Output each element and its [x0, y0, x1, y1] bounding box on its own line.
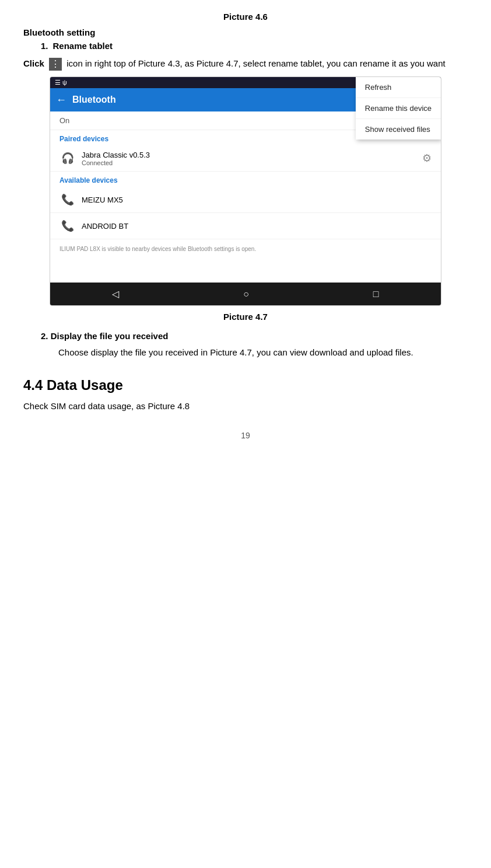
dropdown-show-received[interactable]: Show received files [356, 119, 441, 140]
screenshot-footer-text: ILIUM PAD L8X is visible to nearby devic… [50, 239, 441, 259]
recents-nav-button[interactable]: □ [373, 289, 379, 299]
data-usage-body: Check SIM card data usage, as Picture 4.… [23, 399, 468, 413]
status-bar-left: ☰ ψ [55, 79, 67, 86]
device-info-meizu: MEIZU MX5 [82, 196, 432, 204]
intro-text: Click icon in right top of Picture 4.3, … [23, 57, 468, 71]
menu-icon [49, 58, 62, 71]
dropdown-refresh[interactable]: Refresh [356, 77, 441, 98]
phone-icon-meizu: 📞 [59, 191, 76, 208]
device-info-jabra: Jabra Classic v0.5.3 Connected [82, 151, 422, 166]
subsection-1-heading: Rename tablet [53, 41, 113, 51]
phone-icon-android: 📞 [59, 218, 76, 234]
device-info-android: ANDROID BT [82, 222, 432, 231]
bottom-nav: ◁ ○ □ [50, 283, 441, 305]
data-usage-heading: 4.4 Data Usage [23, 377, 468, 393]
bluetooth-section-heading: Bluetooth setting [23, 27, 468, 37]
dropdown-menu: Refresh Rename this device Show received… [356, 77, 441, 140]
available-device-android: 📞 ANDROID BT [50, 213, 441, 239]
click-label: Click [23, 58, 44, 68]
phone-screenshot: ☰ ψ ✱ ✉ 🔋 3:56 AM ← Bluetooth ⋮ On Paire… [50, 76, 441, 306]
page-title: Picture 4.6 [23, 12, 468, 22]
dropdown-rename[interactable]: Rename this device [356, 98, 441, 119]
device-name-android: ANDROID BT [82, 222, 432, 231]
available-devices-label: Available devices [50, 172, 441, 187]
subsection-1-number: 1. [41, 41, 48, 51]
subsection-2-body: Choose display the file you received in … [58, 346, 468, 360]
headphone-icon: 🎧 [59, 150, 76, 166]
settings-gear-icon[interactable]: ⚙ [422, 152, 432, 165]
intro-rest: icon in right top of Picture 4.3, as Pic… [66, 58, 446, 68]
available-device-meizu: 📞 MEIZU MX5 [50, 187, 441, 213]
empty-space [50, 259, 441, 283]
subsection-2-heading: 2. Display the file you received [41, 331, 168, 341]
back-nav-button[interactable]: ◁ [112, 288, 119, 299]
paired-device-jabra: 🎧 Jabra Classic v0.5.3 Connected ⚙ [50, 145, 441, 172]
device-name-jabra: Jabra Classic v0.5.3 [82, 151, 422, 159]
home-nav-button[interactable]: ○ [243, 289, 249, 299]
device-status-jabra: Connected [82, 159, 422, 166]
picture-4-7-caption: Picture 4.7 [23, 312, 468, 322]
back-button[interactable]: ← [56, 94, 66, 106]
status-icons-left: ☰ ψ [55, 79, 67, 86]
device-name-meizu: MEIZU MX5 [82, 196, 432, 204]
page-number: 19 [23, 431, 468, 440]
